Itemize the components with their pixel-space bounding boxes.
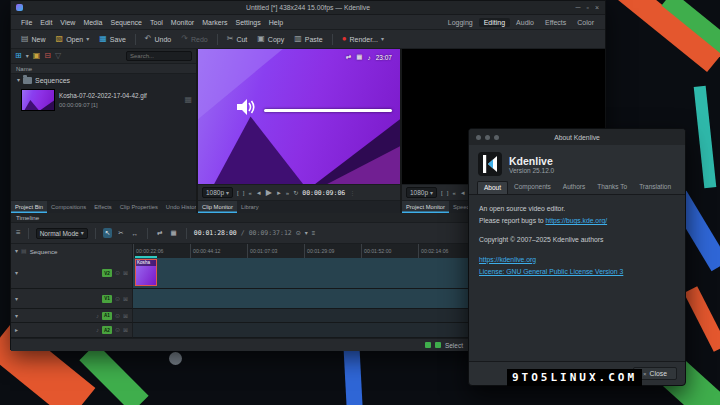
zone-out-icon[interactable]: ]: [243, 190, 245, 196]
track-menu-icon[interactable]: ≡: [16, 229, 21, 237]
delete-icon[interactable]: ⊟: [44, 52, 51, 60]
bin-clip-kosha[interactable]: Kosha-07-02-2022-17-04-42.gif 00:00:09:0…: [11, 86, 196, 114]
create-folder-icon[interactable]: ▣: [33, 52, 41, 60]
redo-button[interactable]: ↷Redo: [177, 33, 211, 45]
insert-zone-icon[interactable]: ▾: [305, 230, 308, 236]
skip-back-icon[interactable]: «: [248, 190, 251, 196]
timeline-menu-icon[interactable]: ≡: [312, 230, 316, 236]
filter-icon[interactable]: ▽: [55, 52, 61, 60]
multicam-tool[interactable]: ▦: [169, 228, 179, 238]
collapse-chevron-icon[interactable]: ▸: [15, 327, 18, 333]
zone-in-icon[interactable]: [: [237, 190, 239, 196]
overlay-grid-icon[interactable]: ▦: [356, 53, 362, 61]
overlay-audio-icon[interactable]: ♪: [367, 54, 370, 61]
menu-media[interactable]: Media: [79, 19, 106, 26]
menu-file[interactable]: File: [17, 19, 36, 26]
lock-track-icon[interactable]: ⊠: [123, 313, 128, 319]
menu-monitor[interactable]: Monitor: [167, 19, 198, 26]
track-target-badge[interactable]: A2: [102, 326, 112, 334]
about-tab-authors[interactable]: Authors: [557, 181, 591, 194]
frame-back-icon[interactable]: ◄: [460, 190, 466, 196]
tab-compositions[interactable]: Compositions: [47, 201, 90, 213]
menu-sequence[interactable]: Sequence: [106, 19, 146, 26]
menu-help[interactable]: Help: [265, 19, 287, 26]
copy-button[interactable]: ▣Copy: [253, 33, 288, 45]
menu-markers[interactable]: Markers: [198, 19, 231, 26]
monitor-menu-icon[interactable]: ⋮: [349, 190, 355, 196]
bin-folder-sequences[interactable]: ▾ Sequences: [11, 74, 196, 86]
expand-chevron-icon[interactable]: ▾: [17, 77, 20, 83]
workspace-color[interactable]: Color: [572, 18, 599, 27]
timeline-clip-kosha[interactable]: Kosha: [135, 259, 157, 286]
new-button[interactable]: ▤New: [17, 33, 50, 45]
tag-green-icon[interactable]: [425, 342, 431, 348]
collapse-chevron-icon[interactable]: ▾: [15, 270, 18, 276]
window-titlebar[interactable]: Untitled [*] 438x244 15.00fps — Kdenlive…: [11, 1, 605, 15]
spacer-tool[interactable]: ↔: [130, 229, 141, 238]
dialog-close-button[interactable]: [476, 135, 481, 140]
about-tab-translation[interactable]: Translation: [633, 181, 677, 194]
razor-tool[interactable]: ✂: [116, 228, 125, 238]
edit-mode-dropdown[interactable]: Normal Mode▾: [36, 228, 88, 239]
bin-column-header[interactable]: Name: [11, 64, 196, 74]
add-clip-icon[interactable]: ⊞: [15, 52, 22, 60]
workspace-logging[interactable]: Logging: [443, 18, 478, 27]
menu-view[interactable]: View: [56, 19, 79, 26]
close-icon[interactable]: ×: [595, 4, 599, 11]
lock-track-icon[interactable]: ⊠: [123, 270, 128, 276]
workspace-effects[interactable]: Effects: [540, 18, 571, 27]
hide-track-icon[interactable]: ⊙: [115, 270, 120, 276]
dialog-maximize-button[interactable]: [494, 135, 499, 140]
track-target-badge[interactable]: V2: [102, 269, 112, 277]
frame-forward-icon[interactable]: ►: [276, 190, 282, 196]
track-v1-header[interactable]: ▾ V1 ⊙ ⊠: [11, 289, 133, 309]
zone-out-icon[interactable]: ]: [447, 190, 449, 196]
menu-tool[interactable]: Tool: [146, 19, 167, 26]
workspace-audio[interactable]: Audio: [511, 18, 539, 27]
track-a1-header[interactable]: ▾ ♪ A1 ⊙ ⊠: [11, 309, 133, 323]
menu-settings[interactable]: Settings: [231, 19, 264, 26]
overlay-swap-icon[interactable]: ⇄: [346, 53, 351, 61]
loop-icon[interactable]: ↻: [293, 190, 298, 196]
undo-button[interactable]: ↶Undo: [141, 33, 175, 45]
resolution-dropdown[interactable]: 1080p▾: [406, 187, 437, 198]
skip-forward-icon[interactable]: »: [286, 190, 289, 196]
website-link[interactable]: https://kdenlive.org: [479, 256, 536, 263]
workspace-editing[interactable]: Editing: [479, 18, 510, 27]
dialog-titlebar[interactable]: About Kdenlive: [469, 129, 685, 145]
tag-green-icon[interactable]: [435, 342, 441, 348]
track-target-badge[interactable]: A1: [102, 312, 112, 320]
dialog-minimize-button[interactable]: [485, 135, 490, 140]
track-target-badge[interactable]: V1: [102, 295, 112, 303]
bugs-link[interactable]: https://bugs.kde.org/: [546, 217, 608, 224]
collapse-chevron-icon[interactable]: ▾: [15, 313, 18, 319]
select-tool[interactable]: ↖: [103, 228, 112, 238]
about-tab-thanks[interactable]: Thanks To: [591, 181, 633, 194]
about-tab-components[interactable]: Components: [508, 181, 557, 194]
cut-button[interactable]: ✂Cut: [223, 33, 252, 45]
maximize-icon[interactable]: ▫: [586, 4, 588, 11]
clip-monitor-view[interactable]: ⇄ ▦ ♪ 23:07: [198, 49, 400, 184]
sequence-tab[interactable]: ▾ ▤ Sequence: [11, 244, 133, 258]
lock-track-icon[interactable]: ⊠: [123, 296, 128, 302]
mute-track-icon[interactable]: ⊙: [115, 313, 120, 319]
tab-effects[interactable]: Effects: [90, 201, 116, 213]
tab-project-bin[interactable]: Project Bin: [11, 201, 47, 213]
open-button[interactable]: ▧Open▾: [52, 33, 94, 45]
save-button[interactable]: ▦Save: [95, 33, 130, 45]
menu-edit[interactable]: Edit: [36, 19, 56, 26]
mute-track-icon[interactable]: ⊙: [115, 327, 120, 333]
tab-clip-monitor[interactable]: Clip Monitor: [198, 201, 237, 213]
minimize-icon[interactable]: ─: [575, 4, 580, 11]
lock-track-icon[interactable]: ⊠: [123, 327, 128, 333]
about-tab-about[interactable]: About: [477, 181, 508, 194]
tab-clip-properties[interactable]: Clip Properties: [116, 201, 162, 213]
slip-tool[interactable]: ⇄: [155, 228, 164, 238]
track-a2-header[interactable]: ▸ ♪ A2 ⊙ ⊠: [11, 323, 133, 338]
track-v2-header[interactable]: ▾ V2 ⊙ ⊠: [11, 258, 133, 289]
play-icon[interactable]: ▶: [266, 189, 272, 197]
paste-button[interactable]: ▥Paste: [290, 33, 326, 45]
skip-back-icon[interactable]: «: [452, 190, 455, 196]
collapse-chevron-icon[interactable]: ▾: [15, 296, 18, 302]
chevron-down-icon[interactable]: ▾: [26, 53, 29, 59]
